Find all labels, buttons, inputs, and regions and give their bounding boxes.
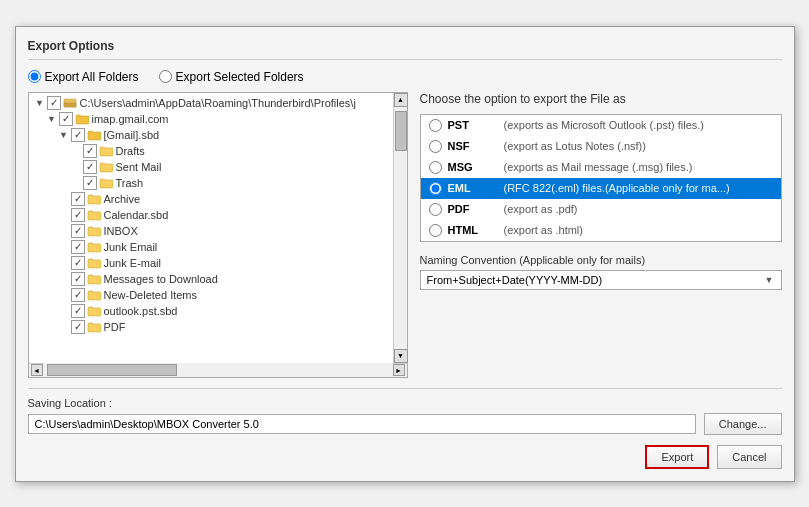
right-panel-title: Choose the option to export the File as xyxy=(420,92,782,106)
tree-item-label: INBOX xyxy=(104,225,138,237)
tree-item-checkbox[interactable] xyxy=(71,240,85,254)
tree-item[interactable]: Sent Mail xyxy=(31,159,393,175)
left-panel: ▼C:\Users\admin\AppData\Roaming\Thunderb… xyxy=(28,92,408,378)
format-radio-pst[interactable] xyxy=(429,119,442,132)
export-all-radio[interactable] xyxy=(28,70,41,83)
tree-item-checkbox[interactable] xyxy=(71,256,85,270)
tree-item-label: C:\Users\admin\AppData\Roaming\Thunderbi… xyxy=(80,97,356,109)
tree-item[interactable]: PDF xyxy=(31,319,393,335)
naming-convention-select[interactable]: From+Subject+Date(YYYY-MM-DD)Subject+Dat… xyxy=(420,270,782,290)
saving-row: Change... xyxy=(28,413,782,435)
tree-item[interactable]: ▼[Gmail].sbd xyxy=(31,127,393,143)
folder-icon xyxy=(87,241,101,253)
tree-item[interactable]: outlook.pst.sbd xyxy=(31,303,393,319)
tree-item-label: Junk Email xyxy=(104,241,158,253)
tree-item-checkbox[interactable] xyxy=(71,272,85,286)
export-selected-folders-option[interactable]: Export Selected Folders xyxy=(159,70,304,84)
folder-tree-container: ▼C:\Users\admin\AppData\Roaming\Thunderb… xyxy=(28,92,408,378)
scroll-up-btn[interactable]: ▲ xyxy=(394,93,408,107)
tree-item-checkbox[interactable] xyxy=(83,144,97,158)
format-radio-pdf[interactable] xyxy=(429,203,442,216)
export-options-row: Export All Folders Export Selected Folde… xyxy=(28,70,782,84)
format-item-html[interactable]: HTML(export as .html) xyxy=(421,220,781,241)
tree-item-checkbox[interactable] xyxy=(59,112,73,126)
tree-item-checkbox[interactable] xyxy=(47,96,61,110)
tree-item[interactable]: Trash xyxy=(31,175,393,191)
folder-tree[interactable]: ▼C:\Users\admin\AppData\Roaming\Thunderb… xyxy=(29,93,407,363)
hscroll-right-btn[interactable]: ► xyxy=(393,364,405,376)
saving-section: Saving Location : Change... xyxy=(28,388,782,435)
expand-icon xyxy=(59,194,69,204)
folder-icon xyxy=(87,289,101,301)
tree-item[interactable]: Archive xyxy=(31,191,393,207)
format-item-nsf[interactable]: NSF(export as Lotus Notes (.nsf)) xyxy=(421,136,781,157)
tree-item[interactable]: Junk Email xyxy=(31,239,393,255)
format-item-pdf[interactable]: PDF(export as .pdf) xyxy=(421,199,781,220)
export-options-dialog: Export Options Export All Folders Export… xyxy=(15,26,795,482)
expand-icon xyxy=(59,274,69,284)
scroll-down-btn[interactable]: ▼ xyxy=(394,349,408,363)
tree-item-label: outlook.pst.sbd xyxy=(104,305,178,317)
format-name: PDF xyxy=(448,203,498,215)
format-radio-eml[interactable] xyxy=(429,182,442,195)
format-desc: (RFC 822(.eml) files.(Applicable only fo… xyxy=(504,182,730,194)
tree-vertical-scrollbar[interactable]: ▲ ▼ xyxy=(393,93,407,363)
tree-item-label: Junk E-mail xyxy=(104,257,161,269)
folder-icon xyxy=(87,257,101,269)
folder-icon xyxy=(87,321,101,333)
format-radio-html[interactable] xyxy=(429,224,442,237)
expand-icon xyxy=(59,290,69,300)
tree-item-label: New-Deleted Items xyxy=(104,289,198,301)
tree-horizontal-scrollbar[interactable]: ◄ ► xyxy=(29,363,407,377)
format-desc: (export as .pdf) xyxy=(504,203,578,215)
format-desc: (export as .html) xyxy=(504,224,583,236)
folder-icon xyxy=(75,113,89,125)
tree-item-checkbox[interactable] xyxy=(71,320,85,334)
format-item-msg[interactable]: MSG(exports as Mail message (.msg) files… xyxy=(421,157,781,178)
format-item-pst[interactable]: PST(exports as Microsoft Outlook (.pst) … xyxy=(421,115,781,136)
cancel-button[interactable]: Cancel xyxy=(717,445,781,469)
tree-item-checkbox[interactable] xyxy=(71,288,85,302)
folder-icon xyxy=(87,305,101,317)
tree-item-checkbox[interactable] xyxy=(71,192,85,206)
tree-item[interactable]: Calendar.sbd xyxy=(31,207,393,223)
tree-item-label: Messages to Download xyxy=(104,273,218,285)
tree-item[interactable]: ▼imap.gmail.com xyxy=(31,111,393,127)
format-radio-nsf[interactable] xyxy=(429,140,442,153)
change-button[interactable]: Change... xyxy=(704,413,782,435)
saving-path-input[interactable] xyxy=(28,414,696,434)
hscroll-thumb[interactable] xyxy=(47,364,177,376)
folder-icon xyxy=(87,193,101,205)
expand-icon xyxy=(59,210,69,220)
tree-item-label: PDF xyxy=(104,321,126,333)
folder-icon xyxy=(99,177,113,189)
tree-item-checkbox[interactable] xyxy=(83,176,97,190)
tree-item[interactable]: ▼C:\Users\admin\AppData\Roaming\Thunderb… xyxy=(31,95,393,111)
format-item-eml[interactable]: EML(RFC 822(.eml) files.(Applicable only… xyxy=(421,178,781,199)
tree-item[interactable]: INBOX xyxy=(31,223,393,239)
tree-item-checkbox[interactable] xyxy=(83,160,97,174)
format-radio-msg[interactable] xyxy=(429,161,442,174)
bottom-buttons: Export Cancel xyxy=(28,445,782,469)
svg-rect-1 xyxy=(64,103,76,107)
tree-item[interactable]: New-Deleted Items xyxy=(31,287,393,303)
tree-item-label: Drafts xyxy=(116,145,145,157)
export-selected-label: Export Selected Folders xyxy=(176,70,304,84)
scroll-thumb[interactable] xyxy=(395,111,407,151)
tree-item-checkbox[interactable] xyxy=(71,224,85,238)
export-selected-radio[interactable] xyxy=(159,70,172,83)
tree-item[interactable]: Drafts xyxy=(31,143,393,159)
export-all-folders-option[interactable]: Export All Folders xyxy=(28,70,139,84)
tree-item-checkbox[interactable] xyxy=(71,128,85,142)
format-desc: (exports as Microsoft Outlook (.pst) fil… xyxy=(504,119,705,131)
format-desc: (exports as Mail message (.msg) files.) xyxy=(504,161,693,173)
tree-item-checkbox[interactable] xyxy=(71,304,85,318)
expand-icon xyxy=(71,178,81,188)
folder-icon xyxy=(99,145,113,157)
hscroll-left-btn[interactable]: ◄ xyxy=(31,364,43,376)
export-button[interactable]: Export xyxy=(645,445,709,469)
tree-item[interactable]: Messages to Download xyxy=(31,271,393,287)
folder-icon xyxy=(87,209,101,221)
tree-item[interactable]: Junk E-mail xyxy=(31,255,393,271)
tree-item-checkbox[interactable] xyxy=(71,208,85,222)
